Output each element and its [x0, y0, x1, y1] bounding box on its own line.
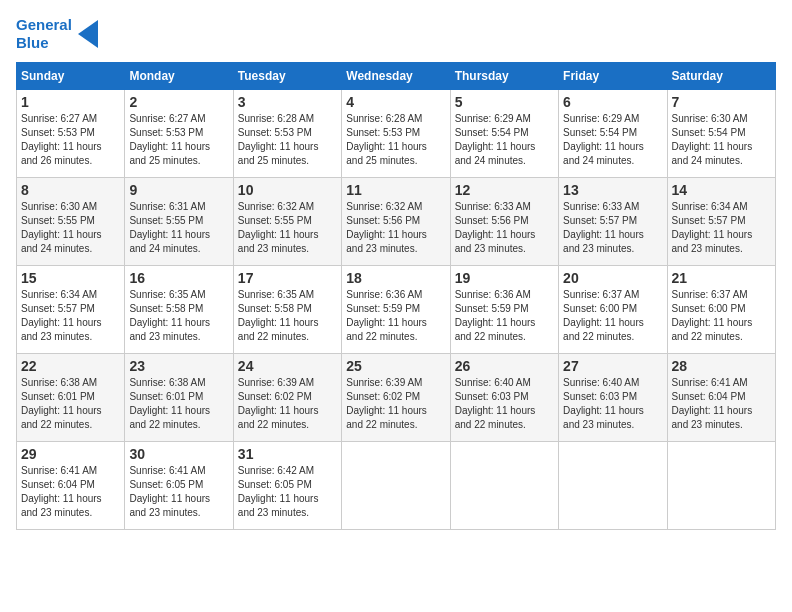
- calendar-cell: 8 Sunrise: 6:30 AMSunset: 5:55 PMDayligh…: [17, 178, 125, 266]
- calendar-cell: 13 Sunrise: 6:33 AMSunset: 5:57 PMDaylig…: [559, 178, 667, 266]
- weekday-header: Tuesday: [233, 63, 341, 90]
- calendar-cell: 3 Sunrise: 6:28 AMSunset: 5:53 PMDayligh…: [233, 90, 341, 178]
- day-info: Sunrise: 6:38 AMSunset: 6:01 PMDaylight:…: [21, 377, 102, 430]
- day-info: Sunrise: 6:30 AMSunset: 5:54 PMDaylight:…: [672, 113, 753, 166]
- day-number: 30: [129, 446, 228, 462]
- logo: General Blue: [16, 16, 98, 52]
- day-number: 12: [455, 182, 554, 198]
- day-info: Sunrise: 6:34 AMSunset: 5:57 PMDaylight:…: [672, 201, 753, 254]
- calendar-cell: 1 Sunrise: 6:27 AMSunset: 5:53 PMDayligh…: [17, 90, 125, 178]
- weekday-header: Wednesday: [342, 63, 450, 90]
- day-number: 31: [238, 446, 337, 462]
- calendar-cell: 18 Sunrise: 6:36 AMSunset: 5:59 PMDaylig…: [342, 266, 450, 354]
- calendar-cell: 28 Sunrise: 6:41 AMSunset: 6:04 PMDaylig…: [667, 354, 775, 442]
- day-number: 20: [563, 270, 662, 286]
- day-info: Sunrise: 6:41 AMSunset: 6:04 PMDaylight:…: [672, 377, 753, 430]
- day-number: 6: [563, 94, 662, 110]
- calendar-cell: 14 Sunrise: 6:34 AMSunset: 5:57 PMDaylig…: [667, 178, 775, 266]
- calendar-cell: 22 Sunrise: 6:38 AMSunset: 6:01 PMDaylig…: [17, 354, 125, 442]
- day-info: Sunrise: 6:27 AMSunset: 5:53 PMDaylight:…: [129, 113, 210, 166]
- day-info: Sunrise: 6:33 AMSunset: 5:56 PMDaylight:…: [455, 201, 536, 254]
- page-header: General Blue: [16, 16, 776, 52]
- day-info: Sunrise: 6:29 AMSunset: 5:54 PMDaylight:…: [455, 113, 536, 166]
- day-number: 8: [21, 182, 120, 198]
- svg-marker-0: [78, 20, 98, 48]
- day-number: 4: [346, 94, 445, 110]
- calendar-week-row: 1 Sunrise: 6:27 AMSunset: 5:53 PMDayligh…: [17, 90, 776, 178]
- day-number: 2: [129, 94, 228, 110]
- calendar-cell: 19 Sunrise: 6:36 AMSunset: 5:59 PMDaylig…: [450, 266, 558, 354]
- day-info: Sunrise: 6:37 AMSunset: 6:00 PMDaylight:…: [672, 289, 753, 342]
- calendar-cell: 29 Sunrise: 6:41 AMSunset: 6:04 PMDaylig…: [17, 442, 125, 530]
- calendar-cell: 21 Sunrise: 6:37 AMSunset: 6:00 PMDaylig…: [667, 266, 775, 354]
- calendar-cell: 25 Sunrise: 6:39 AMSunset: 6:02 PMDaylig…: [342, 354, 450, 442]
- calendar-cell: 27 Sunrise: 6:40 AMSunset: 6:03 PMDaylig…: [559, 354, 667, 442]
- day-info: Sunrise: 6:30 AMSunset: 5:55 PMDaylight:…: [21, 201, 102, 254]
- calendar-cell: [667, 442, 775, 530]
- logo-text: General Blue: [16, 16, 72, 52]
- day-number: 28: [672, 358, 771, 374]
- weekday-header: Monday: [125, 63, 233, 90]
- day-number: 29: [21, 446, 120, 462]
- day-number: 15: [21, 270, 120, 286]
- day-number: 25: [346, 358, 445, 374]
- weekday-header: Friday: [559, 63, 667, 90]
- calendar-cell: [559, 442, 667, 530]
- calendar-week-row: 8 Sunrise: 6:30 AMSunset: 5:55 PMDayligh…: [17, 178, 776, 266]
- day-info: Sunrise: 6:28 AMSunset: 5:53 PMDaylight:…: [346, 113, 427, 166]
- day-info: Sunrise: 6:36 AMSunset: 5:59 PMDaylight:…: [346, 289, 427, 342]
- day-info: Sunrise: 6:38 AMSunset: 6:01 PMDaylight:…: [129, 377, 210, 430]
- calendar-cell: 5 Sunrise: 6:29 AMSunset: 5:54 PMDayligh…: [450, 90, 558, 178]
- calendar-cell: 31 Sunrise: 6:42 AMSunset: 6:05 PMDaylig…: [233, 442, 341, 530]
- day-info: Sunrise: 6:40 AMSunset: 6:03 PMDaylight:…: [455, 377, 536, 430]
- calendar-cell: 15 Sunrise: 6:34 AMSunset: 5:57 PMDaylig…: [17, 266, 125, 354]
- day-number: 13: [563, 182, 662, 198]
- day-number: 19: [455, 270, 554, 286]
- day-number: 21: [672, 270, 771, 286]
- calendar-cell: [450, 442, 558, 530]
- day-number: 11: [346, 182, 445, 198]
- calendar-cell: 7 Sunrise: 6:30 AMSunset: 5:54 PMDayligh…: [667, 90, 775, 178]
- day-info: Sunrise: 6:28 AMSunset: 5:53 PMDaylight:…: [238, 113, 319, 166]
- calendar-cell: 10 Sunrise: 6:32 AMSunset: 5:55 PMDaylig…: [233, 178, 341, 266]
- day-number: 23: [129, 358, 228, 374]
- calendar-cell: 23 Sunrise: 6:38 AMSunset: 6:01 PMDaylig…: [125, 354, 233, 442]
- day-number: 14: [672, 182, 771, 198]
- day-number: 5: [455, 94, 554, 110]
- calendar-cell: 2 Sunrise: 6:27 AMSunset: 5:53 PMDayligh…: [125, 90, 233, 178]
- calendar-cell: 6 Sunrise: 6:29 AMSunset: 5:54 PMDayligh…: [559, 90, 667, 178]
- calendar-body: 1 Sunrise: 6:27 AMSunset: 5:53 PMDayligh…: [17, 90, 776, 530]
- day-number: 16: [129, 270, 228, 286]
- calendar-cell: 16 Sunrise: 6:35 AMSunset: 5:58 PMDaylig…: [125, 266, 233, 354]
- calendar-cell: [342, 442, 450, 530]
- day-info: Sunrise: 6:32 AMSunset: 5:55 PMDaylight:…: [238, 201, 319, 254]
- day-info: Sunrise: 6:41 AMSunset: 6:04 PMDaylight:…: [21, 465, 102, 518]
- calendar-table: SundayMondayTuesdayWednesdayThursdayFrid…: [16, 62, 776, 530]
- day-number: 3: [238, 94, 337, 110]
- calendar-header-row: SundayMondayTuesdayWednesdayThursdayFrid…: [17, 63, 776, 90]
- day-number: 9: [129, 182, 228, 198]
- day-number: 18: [346, 270, 445, 286]
- calendar-week-row: 29 Sunrise: 6:41 AMSunset: 6:04 PMDaylig…: [17, 442, 776, 530]
- day-number: 1: [21, 94, 120, 110]
- day-info: Sunrise: 6:31 AMSunset: 5:55 PMDaylight:…: [129, 201, 210, 254]
- weekday-header: Sunday: [17, 63, 125, 90]
- calendar-cell: 30 Sunrise: 6:41 AMSunset: 6:05 PMDaylig…: [125, 442, 233, 530]
- day-info: Sunrise: 6:35 AMSunset: 5:58 PMDaylight:…: [238, 289, 319, 342]
- day-info: Sunrise: 6:36 AMSunset: 5:59 PMDaylight:…: [455, 289, 536, 342]
- day-info: Sunrise: 6:39 AMSunset: 6:02 PMDaylight:…: [346, 377, 427, 430]
- day-number: 22: [21, 358, 120, 374]
- day-info: Sunrise: 6:33 AMSunset: 5:57 PMDaylight:…: [563, 201, 644, 254]
- calendar-cell: 12 Sunrise: 6:33 AMSunset: 5:56 PMDaylig…: [450, 178, 558, 266]
- weekday-header: Thursday: [450, 63, 558, 90]
- day-info: Sunrise: 6:37 AMSunset: 6:00 PMDaylight:…: [563, 289, 644, 342]
- day-info: Sunrise: 6:34 AMSunset: 5:57 PMDaylight:…: [21, 289, 102, 342]
- day-number: 24: [238, 358, 337, 374]
- calendar-cell: 9 Sunrise: 6:31 AMSunset: 5:55 PMDayligh…: [125, 178, 233, 266]
- calendar-cell: 11 Sunrise: 6:32 AMSunset: 5:56 PMDaylig…: [342, 178, 450, 266]
- weekday-header: Saturday: [667, 63, 775, 90]
- day-number: 26: [455, 358, 554, 374]
- logo-bird-icon: [78, 20, 98, 48]
- day-info: Sunrise: 6:32 AMSunset: 5:56 PMDaylight:…: [346, 201, 427, 254]
- day-info: Sunrise: 6:27 AMSunset: 5:53 PMDaylight:…: [21, 113, 102, 166]
